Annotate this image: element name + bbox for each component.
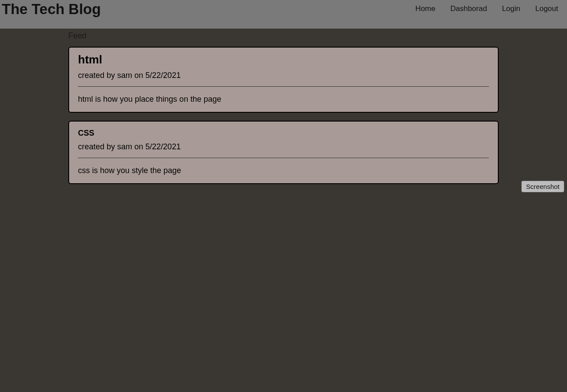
header: The Tech Blog Home Dashborad Login Logou…: [0, 0, 567, 29]
divider: [78, 86, 489, 87]
post-body: css is how you style the page: [78, 166, 489, 175]
post-meta: created by sam on 5/22/2021: [78, 71, 489, 80]
post-title[interactable]: CSS: [78, 129, 489, 138]
post-meta: created by sam on 5/22/2021: [78, 142, 489, 152]
nav-logout[interactable]: Logout: [535, 4, 558, 13]
post-title[interactable]: html: [78, 53, 489, 67]
feed-label: Feed: [68, 31, 499, 41]
site-title: The Tech Blog: [2, 0, 101, 18]
nav-home[interactable]: Home: [415, 4, 435, 13]
main-content: Feed html created by sam on 5/22/2021 ht…: [0, 29, 567, 184]
post-card: CSS created by sam on 5/22/2021 css is h…: [68, 121, 499, 184]
nav-dashboard[interactable]: Dashborad: [450, 4, 487, 13]
post-card: html created by sam on 5/22/2021 html is…: [68, 47, 499, 113]
screenshot-button[interactable]: Screenshot: [521, 181, 564, 192]
divider: [78, 158, 489, 158]
nav-login[interactable]: Login: [502, 4, 520, 13]
nav: Home Dashborad Login Logout: [415, 0, 565, 13]
post-body: html is how you place things on the page: [78, 95, 489, 104]
